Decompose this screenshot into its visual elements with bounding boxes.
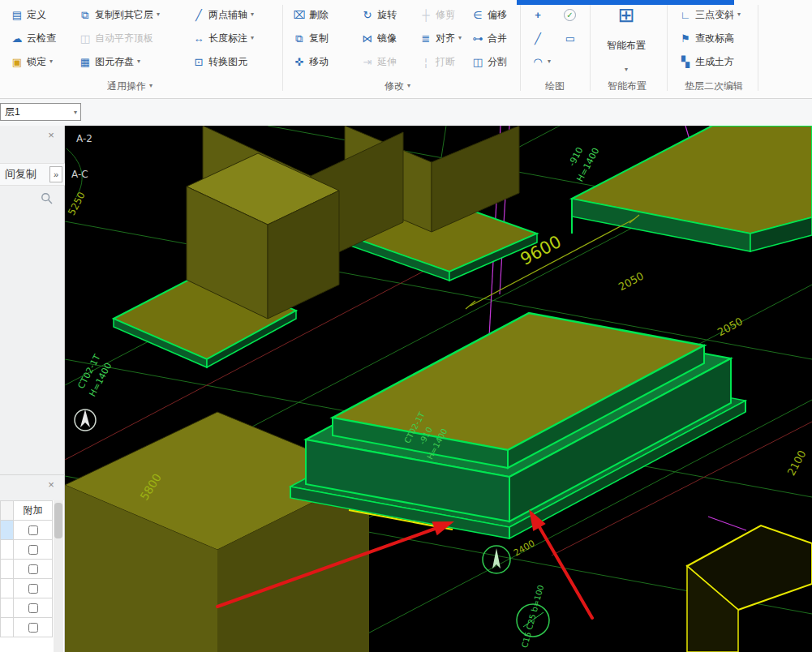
define-button[interactable]: ▤ 定义 — [6, 5, 50, 24]
row-selector-cell[interactable] — [0, 578, 14, 598]
table-row — [13, 559, 53, 579]
smart-layout-button[interactable]: ⊞ 智能布置 ▾ — [595, 3, 658, 75]
delete-button[interactable]: ⌧ 删除 — [289, 5, 333, 24]
expand-button[interactable]: » — [49, 166, 62, 182]
row-selector-cell[interactable] — [0, 520, 14, 540]
generate-earthwork-button[interactable]: ▚ 生成土方 — [675, 52, 738, 71]
arc-tool-button[interactable]: ◠ ▾ — [527, 52, 555, 71]
check-circle-icon: ✓ — [564, 9, 576, 21]
chevron-down-icon: ▾ — [625, 66, 628, 73]
align-icon: ≣ — [419, 33, 432, 44]
check-modify-elevation-label: 查改标高 — [695, 32, 734, 45]
cloud-check-button[interactable]: ☁ 云检查 — [6, 28, 60, 48]
group-label-modify[interactable]: 修改 ▾ — [324, 79, 470, 93]
rotate-label: 旋转 — [377, 8, 397, 22]
save-element-label: 图元存盘 — [95, 55, 134, 69]
copy-button[interactable]: ⧉ 复制 — [289, 28, 333, 48]
rect-tool-button[interactable]: ▭ — [560, 28, 581, 48]
align-button[interactable]: ≣ 对齐 ▾ — [415, 28, 466, 48]
layer-select[interactable]: 层1 ▾ — [0, 103, 81, 121]
attr-checkbox[interactable] — [28, 623, 38, 633]
scrollbar[interactable] — [54, 500, 63, 652]
table-row — [13, 617, 53, 637]
chevron-down-icon: ▾ — [149, 83, 153, 89]
line-tool-button[interactable]: ╱ — [527, 28, 548, 48]
check-tool-button[interactable]: ✓ — [560, 5, 580, 24]
three-point-slope-button[interactable]: ∟ 三点变斜 ▾ — [675, 5, 745, 24]
arc-icon: ◠ — [531, 57, 544, 67]
left-panel: × 间复制 » × 附加 — [0, 126, 65, 652]
three-point-slope-icon: ∟ — [679, 10, 692, 20]
row-selector-cell[interactable] — [0, 617, 14, 637]
cloud-icon: ☁ — [11, 33, 24, 44]
close-icon[interactable]: × — [45, 130, 57, 141]
offset-button[interactable]: ∈ 偏移 — [467, 5, 511, 24]
chevron-down-icon: ▾ — [548, 58, 551, 65]
copy-to-other-layers-button[interactable]: ⧉ 复制到其它层 ▾ — [75, 5, 164, 24]
row-selector-cell[interactable] — [0, 598, 14, 618]
two-point-aux-axis-label: 两点辅轴 — [208, 8, 247, 22]
check-modify-elevation-button[interactable]: ⚑ 查改标高 — [675, 28, 738, 48]
earthwork-icon: ▚ — [679, 57, 692, 67]
layer-bar: 层1 ▾ — [0, 99, 812, 126]
save-element-icon: ▦ — [79, 57, 92, 67]
search-icon[interactable] — [41, 192, 54, 205]
length-dimension-icon: ↔ — [192, 33, 205, 44]
extend-label: 延伸 — [377, 55, 397, 69]
smart-layout-grid-icon: ⊞ — [618, 5, 635, 25]
length-dimension-label: 长度标注 — [208, 32, 247, 45]
three-point-slope-label: 三点变斜 — [695, 8, 734, 22]
auto-align-top-slab-label: 自动平齐顶板 — [95, 32, 153, 45]
chevron-down-icon: ▾ — [49, 58, 53, 65]
rectangle-icon: ▭ — [564, 33, 577, 44]
group-label-general-ops[interactable]: 通用操作 ▾ — [49, 79, 211, 93]
extend-button: ⇥ 延伸 — [357, 52, 401, 71]
line-icon: ╱ — [531, 33, 544, 44]
chevron-down-icon: ▾ — [251, 11, 254, 18]
chevron-down-icon: ▾ — [407, 83, 410, 89]
attr-checkbox[interactable] — [28, 545, 38, 555]
chevron-down-icon: ▾ — [737, 11, 741, 18]
attr-checkbox[interactable] — [28, 603, 38, 613]
mirror-button[interactable]: ⋈ 镜像 — [357, 28, 401, 48]
table-row — [13, 598, 53, 618]
attr-checkbox[interactable] — [28, 584, 38, 594]
point-tool-button[interactable]: + — [527, 5, 548, 24]
chevron-down-icon: ▾ — [458, 35, 462, 41]
rotate-button[interactable]: ↻ 旋转 — [357, 5, 401, 24]
scrollbar-thumb[interactable] — [54, 503, 62, 538]
copy-to-other-layers-label: 复制到其它层 — [95, 8, 153, 22]
split-button[interactable]: ◫ 分割 — [467, 52, 511, 71]
convert-element-button[interactable]: ⊡ 转换图元 — [188, 52, 251, 71]
break-button: ¦ 打断 — [415, 52, 459, 71]
save-element-button[interactable]: ▦ 图元存盘 ▾ — [75, 52, 144, 71]
mirror-label: 镜像 — [377, 32, 397, 45]
copy-label: 复制 — [309, 32, 329, 45]
merge-button[interactable]: ⊶ 合并 — [467, 28, 511, 48]
auto-align-top-slab-button: ◫ 自动平齐顶板 — [75, 28, 157, 48]
two-point-aux-axis-button[interactable]: ╱ 两点辅轴 ▾ — [188, 5, 258, 24]
split-icon: ◫ — [471, 57, 484, 67]
offset-label: 偏移 — [488, 8, 507, 22]
define-label: 定义 — [27, 8, 46, 22]
attrs-header: 附加 — [13, 500, 53, 521]
panel-divider — [0, 474, 65, 475]
copy-between-floors-item[interactable]: 间复制 » — [0, 163, 65, 186]
trash-icon: ⌧ — [293, 10, 306, 20]
close-icon[interactable]: × — [45, 479, 57, 491]
drawing-canvas[interactable]: 9600 2050 2050 2100 5800 2400 5250 -910 … — [65, 126, 812, 652]
attr-checkbox[interactable] — [28, 525, 38, 535]
row-selector-cell[interactable] — [0, 559, 14, 579]
define-icon: ▤ — [11, 10, 24, 20]
chevron-down-icon: ▾ — [137, 58, 140, 65]
length-dimension-button[interactable]: ↔ 长度标注 ▾ — [188, 28, 258, 48]
merge-icon: ⊶ — [471, 33, 484, 44]
group-separator — [758, 5, 758, 91]
lock-button[interactable]: ▣ 锁定 ▾ — [6, 52, 57, 71]
row-selector-cell[interactable] — [0, 539, 14, 560]
table-row — [13, 539, 53, 560]
attr-checkbox[interactable] — [28, 564, 38, 574]
move-button[interactable]: ✜ 移动 — [289, 52, 333, 71]
group-separator — [282, 5, 283, 91]
model-view[interactable]: 9600 2050 2050 2100 5800 2400 5250 -910 … — [65, 126, 812, 652]
